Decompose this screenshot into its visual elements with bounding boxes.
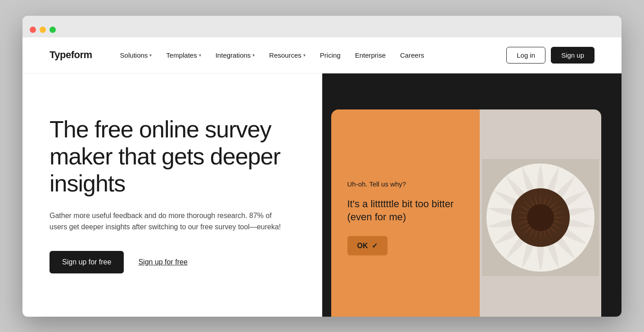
hero-subtext: Gather more useful feedback and do more … xyxy=(50,210,284,233)
nav-item-enterprise[interactable]: Enterprise xyxy=(349,48,392,63)
nav-enterprise-label: Enterprise xyxy=(355,51,386,59)
signup-button[interactable]: Sign up xyxy=(551,47,594,64)
login-button[interactable]: Log in xyxy=(506,47,545,64)
checkmark-icon: ✓ xyxy=(372,241,378,250)
nav-item-solutions[interactable]: Solutions ▾ xyxy=(114,48,158,63)
hero-signup-link[interactable]: Sign up for free xyxy=(138,258,187,266)
nav-actions: Log in Sign up xyxy=(506,47,594,64)
hero-section: The free online survey maker that gets d… xyxy=(23,73,621,317)
hero-left: The free online survey maker that gets d… xyxy=(23,73,322,317)
chevron-down-icon: ▾ xyxy=(303,53,306,58)
browser-window: Typeform Solutions ▾ Templates ▾ Integra… xyxy=(23,16,621,317)
nav-templates-label: Templates xyxy=(166,51,197,59)
nav-item-pricing[interactable]: Pricing xyxy=(314,48,347,63)
navbar: Typeform Solutions ▾ Templates ▾ Integra… xyxy=(23,37,621,73)
survey-answer: It's a littttttle bit too bitter (even f… xyxy=(347,198,464,223)
hero-right: Uh-oh. Tell us why? It's a littttttle bi… xyxy=(322,73,622,317)
minimize-button[interactable] xyxy=(40,27,46,33)
browser-chrome xyxy=(23,16,621,37)
hero-buttons: Sign up for free Sign up for free xyxy=(50,251,295,273)
survey-question: Uh-oh. Tell us why? xyxy=(347,179,464,189)
maximize-button[interactable] xyxy=(50,27,56,33)
nav-item-templates[interactable]: Templates ▾ xyxy=(160,48,207,63)
ok-button[interactable]: OK ✓ xyxy=(347,236,387,255)
coffee-visual xyxy=(480,109,601,317)
ok-label: OK xyxy=(357,242,368,250)
nav-pricing-label: Pricing xyxy=(320,51,341,59)
nav-item-resources[interactable]: Resources ▾ xyxy=(263,48,312,63)
close-button[interactable] xyxy=(30,27,36,33)
chevron-down-icon: ▾ xyxy=(252,53,255,58)
logo[interactable]: Typeform xyxy=(50,49,92,61)
tablet-mockup: Uh-oh. Tell us why? It's a littttttle bi… xyxy=(331,109,601,317)
chevron-down-icon: ▾ xyxy=(149,53,152,58)
coffee-filter-svg xyxy=(482,159,599,276)
hero-signup-button[interactable]: Sign up for free xyxy=(50,251,124,273)
coffee-image-panel xyxy=(480,109,601,317)
svg-point-3 xyxy=(527,204,554,231)
hero-headline: The free online survey maker that gets d… xyxy=(50,116,295,197)
page-content: Typeform Solutions ▾ Templates ▾ Integra… xyxy=(23,37,621,317)
nav-solutions-label: Solutions xyxy=(120,51,148,59)
chevron-down-icon: ▾ xyxy=(199,53,201,58)
nav-careers-label: Careers xyxy=(400,51,424,59)
nav-resources-label: Resources xyxy=(269,51,302,59)
nav-item-integrations[interactable]: Integrations ▾ xyxy=(209,48,261,63)
survey-panel: Uh-oh. Tell us why? It's a littttttle bi… xyxy=(331,109,480,317)
nav-integrations-label: Integrations xyxy=(216,51,251,59)
nav-item-careers[interactable]: Careers xyxy=(394,48,430,63)
nav-links: Solutions ▾ Templates ▾ Integrations ▾ R… xyxy=(114,48,507,63)
